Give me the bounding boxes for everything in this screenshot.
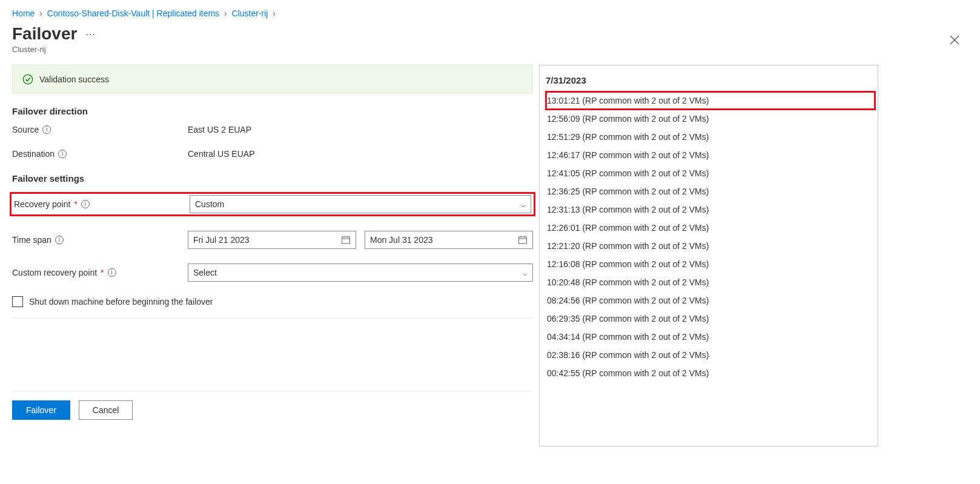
recovery-point-option[interactable]: 12:26:01 (RP common with 2 out of 2 VMs) bbox=[546, 219, 875, 237]
recovery-point-option[interactable]: 00:42:55 (RP common with 2 out of 2 VMs) bbox=[546, 364, 875, 382]
recovery-point-date-header: 7/31/2023 bbox=[546, 71, 875, 91]
custom-recovery-point-label: Custom recovery point bbox=[12, 268, 97, 277]
recovery-point-option[interactable]: 02:38:16 (RP common with 2 out of 2 VMs) bbox=[546, 346, 875, 364]
info-icon[interactable]: i bbox=[42, 125, 51, 134]
info-icon[interactable]: i bbox=[55, 236, 64, 244]
time-span-from-input[interactable]: Fri Jul 21 2023 bbox=[188, 231, 356, 249]
section-failover-direction: Failover direction bbox=[12, 106, 533, 116]
calendar-icon bbox=[518, 235, 528, 245]
source-label: Source bbox=[12, 125, 39, 134]
chevron-right-icon: › bbox=[273, 8, 276, 18]
breadcrumb-cluster[interactable]: Cluster-rij bbox=[232, 8, 268, 18]
recovery-point-option[interactable]: 12:41:05 (RP common with 2 out of 2 VMs) bbox=[546, 164, 875, 182]
section-failover-settings: Failover settings bbox=[12, 173, 533, 184]
failover-button[interactable]: Failover bbox=[12, 400, 70, 420]
required-marker: * bbox=[101, 268, 104, 277]
page-title: Failover bbox=[12, 24, 77, 44]
destination-label: Destination bbox=[12, 149, 55, 159]
recovery-point-select[interactable]: Custom ⌵ bbox=[190, 195, 531, 213]
recovery-point-list[interactable]: 7/31/2023 13:01:21 (RP common with 2 out… bbox=[540, 65, 878, 446]
info-icon[interactable]: i bbox=[58, 150, 67, 158]
shutdown-label: Shut down machine before beginning the f… bbox=[29, 297, 213, 307]
page-subtitle: Cluster-rij bbox=[12, 45, 968, 54]
breadcrumb: Home › Contoso-Shared-Disk-Vault | Repli… bbox=[12, 8, 968, 18]
breadcrumb-vault[interactable]: Contoso-Shared-Disk-Vault | Replicated i… bbox=[47, 8, 219, 18]
time-span-to-value: Mon Jul 31 2023 bbox=[370, 235, 433, 245]
recovery-point-option[interactable]: 12:21:20 (RP common with 2 out of 2 VMs) bbox=[546, 237, 875, 255]
calendar-icon bbox=[341, 235, 351, 245]
chevron-right-icon: › bbox=[224, 8, 227, 18]
recovery-point-option[interactable]: 12:36:25 (RP common with 2 out of 2 VMs) bbox=[546, 182, 875, 201]
recovery-point-row-highlight: Recovery point * i Custom ⌵ bbox=[10, 192, 535, 216]
success-icon bbox=[22, 74, 33, 85]
chevron-down-icon: ⌵ bbox=[523, 268, 528, 277]
required-marker: * bbox=[74, 199, 77, 209]
recovery-point-option[interactable]: 12:46:17 (RP common with 2 out of 2 VMs) bbox=[546, 146, 875, 164]
recovery-point-option[interactable]: 12:31:13 (RP common with 2 out of 2 VMs) bbox=[546, 201, 875, 219]
recovery-point-value: Custom bbox=[195, 199, 224, 209]
custom-recovery-point-value: Select bbox=[193, 268, 217, 277]
more-actions-button[interactable]: ⋯ bbox=[85, 28, 96, 40]
recovery-point-option[interactable]: 06:29:35 (RP common with 2 out of 2 VMs) bbox=[546, 310, 875, 328]
svg-rect-1 bbox=[342, 237, 350, 244]
breadcrumb-home[interactable]: Home bbox=[12, 8, 35, 18]
recovery-point-option[interactable]: 12:51:29 (RP common with 2 out of 2 VMs) bbox=[546, 128, 875, 146]
info-icon[interactable]: i bbox=[108, 268, 116, 277]
custom-recovery-point-select[interactable]: Select ⌵ bbox=[188, 264, 533, 282]
recovery-point-option[interactable]: 10:20:48 (RP common with 2 out of 2 VMs) bbox=[546, 273, 875, 291]
svg-rect-5 bbox=[519, 237, 527, 244]
time-span-to-input[interactable]: Mon Jul 31 2023 bbox=[365, 231, 533, 249]
close-button[interactable] bbox=[946, 31, 963, 48]
chevron-right-icon: › bbox=[39, 8, 42, 18]
time-span-label: Time span bbox=[12, 235, 51, 245]
recovery-point-option[interactable]: 12:56:09 (RP common with 2 out of 2 VMs) bbox=[546, 110, 875, 128]
source-value: East US 2 EUAP bbox=[188, 125, 533, 134]
recovery-point-label: Recovery point bbox=[14, 199, 70, 209]
svg-point-0 bbox=[23, 75, 32, 84]
recovery-point-option[interactable]: 04:34:14 (RP common with 2 out of 2 VMs) bbox=[546, 328, 875, 346]
footer-actions: Failover Cancel bbox=[12, 391, 533, 420]
recovery-point-option[interactable]: 13:01:21 (RP common with 2 out of 2 VMs) bbox=[546, 91, 875, 110]
cancel-button[interactable]: Cancel bbox=[79, 400, 133, 420]
time-span-from-value: Fri Jul 21 2023 bbox=[193, 235, 250, 245]
validation-text: Validation success bbox=[39, 75, 109, 84]
recovery-point-option[interactable]: 12:16:08 (RP common with 2 out of 2 VMs) bbox=[546, 255, 875, 273]
destination-value: Central US EUAP bbox=[188, 149, 533, 159]
info-icon[interactable]: i bbox=[81, 200, 90, 208]
shutdown-checkbox[interactable] bbox=[12, 296, 23, 307]
validation-banner: Validation success bbox=[12, 65, 533, 94]
recovery-point-option[interactable]: 08:24:56 (RP common with 2 out of 2 VMs) bbox=[546, 291, 875, 310]
recovery-point-dropdown-panel: 7/31/2023 13:01:21 (RP common with 2 out… bbox=[539, 65, 878, 446]
chevron-down-icon: ⌵ bbox=[521, 200, 526, 209]
close-icon bbox=[950, 35, 959, 45]
